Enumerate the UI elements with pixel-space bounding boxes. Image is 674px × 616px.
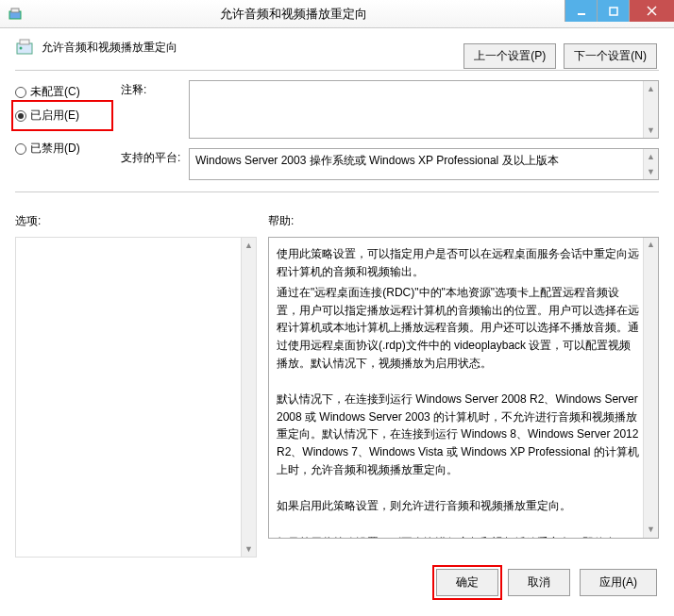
svg-rect-1	[11, 8, 19, 12]
comment-label: 注释:	[121, 80, 181, 98]
radio-label: 未配置(C)	[30, 84, 80, 100]
policy-title: 允许音频和视频播放重定向	[42, 40, 177, 56]
radio-icon	[15, 87, 26, 98]
scroll-down-icon[interactable]: ▼	[644, 123, 658, 138]
minimize-button[interactable]	[564, 0, 597, 22]
scrollbar[interactable]: ▲ ▼	[241, 238, 256, 557]
separator	[15, 191, 659, 192]
scroll-up-icon[interactable]: ▲	[644, 149, 658, 164]
radio-icon	[15, 110, 26, 122]
scroll-up-icon[interactable]: ▲	[644, 81, 658, 96]
separator	[15, 70, 659, 71]
help-text: 默认情况下，在连接到运行 Windows Server 2008 R2、Wind…	[277, 391, 639, 478]
highlight-enabled: 已启用(E)	[11, 100, 113, 131]
help-text: 如果禁用此策略设置，则不允许进行音频和视频播放重定向，即使在 RDC 中指定音频…	[277, 534, 639, 539]
supported-platform-box: Windows Server 2003 操作系统或 Windows XP Pro…	[189, 148, 659, 180]
help-text: 如果启用此策略设置，则允许进行音频和视频播放重定向。	[277, 497, 639, 515]
app-icon	[8, 7, 23, 22]
svg-rect-7	[20, 40, 29, 44]
apply-button[interactable]: 应用(A)	[580, 569, 657, 596]
scrollbar[interactable]: ▲ ▼	[643, 149, 658, 179]
radio-label: 已禁用(D)	[30, 141, 80, 157]
cancel-button[interactable]: 取消	[508, 569, 570, 596]
help-label: 帮助:	[268, 213, 659, 229]
maximize-button[interactable]	[597, 0, 629, 22]
policy-icon	[15, 38, 34, 57]
help-panel: 使用此策略设置，可以指定用户是否可以在远程桌面服务会话中重定向远程计算机的音频和…	[268, 237, 659, 539]
scroll-up-icon[interactable]: ▲	[242, 238, 256, 253]
scroll-down-icon[interactable]: ▼	[242, 541, 256, 557]
scroll-up-icon[interactable]: ▲	[644, 238, 658, 253]
radio-enabled[interactable]: 已启用(E)	[15, 104, 110, 127]
scroll-down-icon[interactable]: ▼	[644, 164, 658, 179]
close-button[interactable]	[629, 0, 674, 22]
scrollbar[interactable]: ▲ ▼	[643, 238, 658, 538]
titlebar: 允许音频和视频播放重定向	[0, 0, 674, 28]
ok-button[interactable]: 确定	[436, 569, 498, 596]
svg-rect-6	[17, 43, 32, 54]
svg-point-8	[20, 47, 23, 50]
radio-label: 已启用(E)	[30, 108, 79, 124]
window-title: 允许音频和视频播放重定向	[23, 6, 564, 23]
scrollbar[interactable]: ▲ ▼	[643, 81, 658, 138]
next-setting-button[interactable]: 下一个设置(N)	[564, 43, 657, 69]
options-label: 选项:	[15, 213, 257, 229]
radio-disabled[interactable]: 已禁用(D)	[15, 137, 110, 160]
help-text: 使用此策略设置，可以指定用户是否可以在远程桌面服务会话中重定向远程计算机的音频和…	[277, 245, 639, 280]
prev-setting-button[interactable]: 上一个设置(P)	[463, 43, 556, 69]
options-panel: ▲ ▼	[15, 237, 257, 558]
help-text: 通过在"远程桌面连接(RDC)"中的"本地资源"选项卡上配置远程音频设置，用户可…	[277, 284, 639, 372]
platform-label: 支持的平台:	[121, 148, 181, 166]
comment-textarea[interactable]: ▲ ▼	[189, 80, 659, 139]
window-controls	[564, 0, 674, 27]
svg-rect-3	[610, 8, 617, 15]
platform-value: Windows Server 2003 操作系统或 Windows XP Pro…	[195, 154, 559, 167]
radio-icon	[15, 143, 26, 155]
scroll-down-icon[interactable]: ▼	[644, 523, 658, 538]
